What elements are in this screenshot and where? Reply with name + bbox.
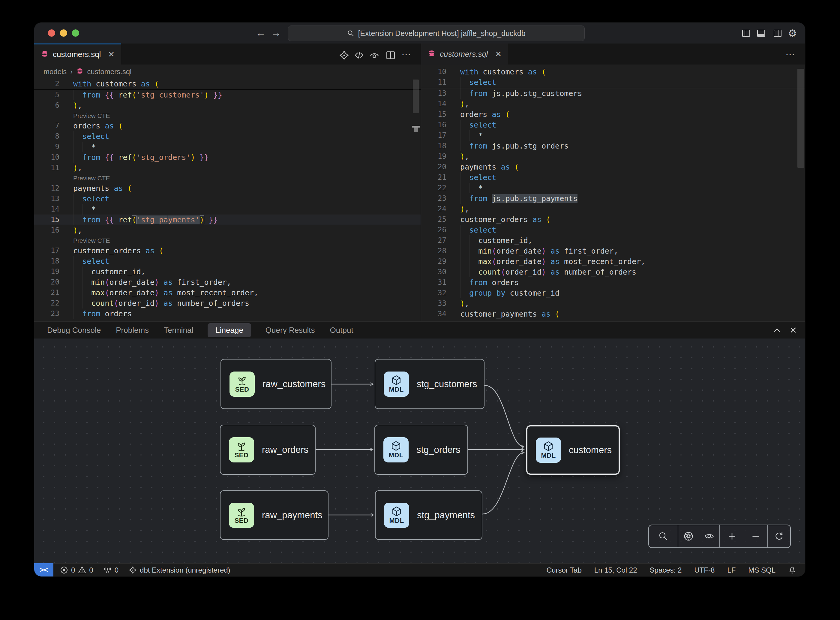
layout-panel-icon[interactable] [757, 29, 765, 38]
lineage-graph[interactable]: SEDraw_customersMDLstg_customersSEDraw_o… [34, 339, 805, 564]
codelens-preview-cte[interactable]: Preview CTE [73, 111, 110, 120]
code-line: 11), [34, 163, 421, 173]
indent-guide [82, 298, 83, 308]
editor-right[interactable]: 10with customers as (11 select13 from js… [421, 65, 805, 321]
close-icon[interactable]: ✕ [108, 50, 114, 59]
split-editor-icon[interactable] [386, 50, 396, 61]
codelens-preview-cte[interactable]: Preview CTE [73, 236, 110, 245]
code-text: from {{ ref('stg_payments') }} [73, 215, 218, 225]
breadcrumb-folder[interactable]: models [44, 68, 67, 76]
panel-tab-lineage[interactable]: Lineage [207, 323, 251, 337]
code-text: from {{ ref('stg_orders') }} [73, 152, 209, 163]
panel-tab-terminal[interactable]: Terminal [163, 323, 194, 337]
panel-tab-output[interactable]: Output [329, 323, 354, 337]
layout-sidebar-right-icon[interactable] [773, 29, 782, 38]
zoom-out-icon[interactable] [751, 531, 761, 542]
settings-gear-icon[interactable]: ⚙ [788, 27, 797, 39]
panel-tab-problems[interactable]: Problems [115, 323, 149, 337]
chevron-up-icon[interactable] [772, 325, 782, 335]
ports-status[interactable]: 0 [104, 566, 119, 574]
error-icon [60, 566, 68, 574]
lineage-node-customers[interactable]: MDLcustomers [526, 425, 620, 475]
line-number: 11 [34, 163, 59, 173]
lineage-node-stg_payments[interactable]: MDLstg_payments [375, 491, 482, 540]
panel-tab-debug-console[interactable]: Debug Console [47, 323, 101, 337]
code-line: 6), [34, 100, 421, 111]
code-text: from js.pub.stg_payments [460, 193, 577, 204]
layout-sidebar-left-icon[interactable] [742, 29, 750, 38]
line-number: 16 [421, 120, 446, 130]
line-number: 27 [421, 235, 446, 246]
tab-customers-sql-right[interactable]: customers.sql ✕ [421, 44, 508, 65]
dbt-extension-status[interactable]: dbt Extension (unregistered) [129, 566, 230, 574]
database-icon [76, 68, 83, 76]
back-arrow-icon[interactable]: ← [255, 27, 266, 39]
cursor-tab-status[interactable]: Cursor Tab [547, 566, 582, 574]
traffic-light-close[interactable] [48, 29, 55, 37]
problems-status[interactable]: 0 0 [60, 566, 93, 574]
forward-arrow-icon[interactable]: → [271, 27, 281, 39]
code-line: 25customer_orders as ( [421, 214, 805, 225]
badge-label: SED [235, 386, 249, 393]
line-number: 15 [421, 109, 446, 120]
traffic-light-minimize[interactable] [60, 29, 67, 37]
breadcrumb[interactable]: models › customers.sql [34, 65, 421, 78]
lineage-node-raw_payments[interactable]: SEDraw_payments [220, 491, 329, 540]
indent-guide [73, 141, 74, 152]
code-line: 17customer_orders as ( [34, 245, 421, 256]
ellipsis-icon[interactable]: ⋯ [785, 49, 796, 60]
preview-icon[interactable] [369, 50, 380, 61]
code-line: 10with customers as ( [421, 67, 805, 77]
aperture-icon[interactable] [684, 531, 694, 542]
line-number: 22 [34, 298, 59, 308]
editor-left[interactable]: 2with customers as (5 from {{ ref('stg_c… [34, 78, 421, 321]
lineage-node-raw_orders[interactable]: SEDraw_orders [220, 424, 316, 475]
encoding-status[interactable]: UTF-8 [694, 566, 715, 574]
scrollbar-right-editor[interactable] [797, 69, 804, 168]
close-icon[interactable]: ✕ [495, 50, 502, 59]
bell-icon[interactable] [788, 566, 796, 574]
line-number: 8 [34, 131, 59, 141]
cursor-position-status[interactable]: Ln 15, Col 22 [594, 566, 637, 574]
close-icon[interactable] [788, 325, 798, 335]
language-mode-status[interactable]: MS SQL [748, 566, 775, 574]
line-number: 21 [421, 172, 446, 183]
tab-customers-sql-left[interactable]: customers.sql ✕ [34, 44, 121, 65]
indentation-status[interactable]: Spaces: 2 [650, 566, 682, 574]
indent-guide [82, 277, 83, 287]
ellipsis-icon[interactable]: ⋯ [401, 49, 412, 60]
code-icon[interactable] [354, 50, 365, 61]
code-line: 7orders as ( [34, 120, 421, 131]
dbt-icon[interactable] [339, 50, 350, 61]
bottom-panel: Debug Console Problems Terminal Lineage … [34, 321, 805, 563]
lineage-node-stg_orders[interactable]: MDLstg_orders [374, 424, 468, 475]
code-text: select [73, 194, 109, 204]
eol-status[interactable]: LF [727, 566, 736, 574]
eye-icon[interactable] [704, 531, 714, 542]
codelens-row[interactable]: Preview CTE [34, 173, 421, 183]
code-line: 21 max(order_date) as most_recent_order, [34, 287, 421, 298]
command-center-search[interactable]: [Extension Development Host] jaffle_shop… [288, 26, 585, 41]
code-line: 10 from {{ ref('stg_orders') }} [34, 152, 421, 163]
breadcrumb-file[interactable]: customers.sql [87, 68, 131, 76]
remote-indicator[interactable]: >< [34, 563, 53, 576]
code-text: from orders [73, 308, 132, 319]
zoom-in-icon[interactable] [727, 531, 737, 542]
code-line: 19), [421, 151, 805, 162]
refresh-button[interactable] [768, 525, 790, 547]
badge-label: SED [234, 517, 249, 525]
lineage-node-stg_customers[interactable]: MDLstg_customers [375, 359, 484, 409]
badge-label: MDL [389, 517, 404, 525]
indent-guide [82, 287, 83, 298]
codelens-row[interactable]: Preview CTE [34, 111, 421, 120]
traffic-light-zoom[interactable] [72, 29, 79, 37]
scrollbar-left-editor[interactable] [413, 80, 419, 113]
panel-tab-query-results[interactable]: Query Results [265, 323, 316, 337]
code-text: from js.pub.stg_customers [460, 88, 582, 99]
lineage-node-raw_customers[interactable]: SEDraw_customers [221, 359, 332, 409]
codelens-row[interactable]: Preview CTE [34, 236, 421, 245]
codelens-preview-cte[interactable]: Preview CTE [73, 173, 110, 183]
line-number: 9 [34, 141, 59, 152]
code-text: ), [460, 151, 469, 162]
lineage-search-button[interactable] [649, 525, 678, 547]
